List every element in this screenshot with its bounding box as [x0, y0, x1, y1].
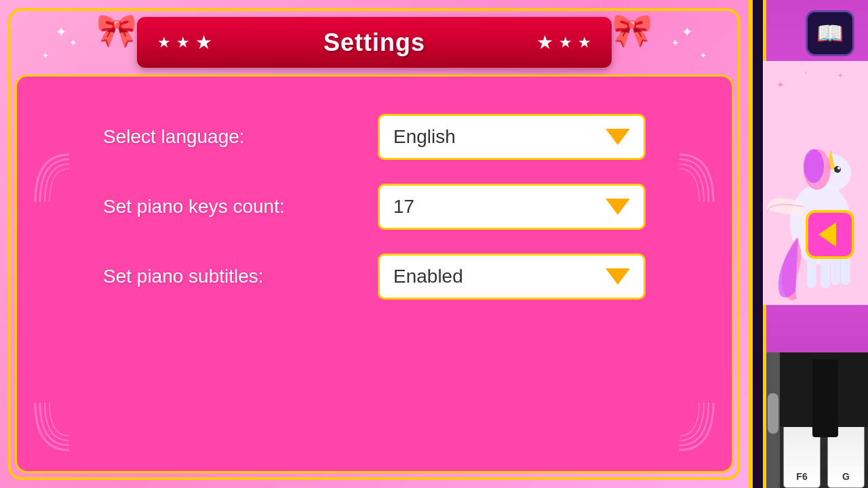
language-dropdown[interactable]: English	[378, 114, 646, 160]
corner-deco-tl	[32, 151, 73, 208]
svg-text:✦: ✦	[804, 70, 808, 76]
piano-keys-area: F6 G	[766, 352, 868, 488]
unicorn-svg: ✦ ✦ ✦	[763, 61, 868, 305]
piano-keys-value: 17	[393, 196, 414, 218]
book-icon: 📖	[816, 20, 844, 46]
star-right-1: ★	[536, 31, 553, 54]
corner-deco-br	[676, 399, 717, 456]
ribbon-right-icon: 🎀	[612, 12, 652, 49]
corner-deco-bl	[32, 399, 73, 456]
subtitles-dropdown[interactable]: Enabled	[378, 253, 646, 300]
svg-point-8	[804, 149, 824, 183]
subtitles-row: Set piano subtitles: Enabled	[103, 253, 646, 300]
star-left-2: ★	[176, 34, 190, 52]
piano-black-key[interactable]	[812, 359, 838, 437]
settings-title: Settings	[323, 28, 425, 57]
star-left-1: ★	[157, 34, 171, 52]
svg-rect-11	[807, 254, 816, 288]
language-row: Select language: English	[103, 114, 646, 160]
subtitles-value: Enabled	[393, 266, 463, 287]
banner-stars-right: ★ ★ ★	[536, 31, 591, 54]
ribbon-left-icon: 🎀	[96, 12, 137, 49]
sidebar: 📖 ✦ ✦ ✦	[763, 0, 868, 488]
svg-point-9	[834, 166, 841, 173]
f6-label: F6	[796, 471, 807, 482]
svg-point-10	[837, 167, 840, 169]
language-label: Select language:	[103, 126, 245, 148]
banner-stars-left: ★ ★ ★	[157, 31, 212, 54]
main-panel: ✦ ✦ ✦ ✦ ✦ ✦ 🎀 🎀 ★ ★ ★ Settings ★ ★ ★	[0, 0, 753, 488]
dropdown-arrow-subtitles	[606, 268, 630, 285]
language-value: English	[393, 126, 456, 148]
unicorn-display: ✦ ✦ ✦	[763, 61, 868, 305]
back-arrow-icon	[818, 222, 836, 247]
back-button[interactable]	[806, 210, 854, 259]
svg-text:✦: ✦	[837, 72, 843, 79]
piano-keys-dropdown[interactable]: 17	[378, 184, 646, 230]
piano-keys-row: Set piano keys count: 17	[103, 184, 646, 230]
star-right-3: ★	[578, 34, 591, 52]
corner-deco-tr	[676, 151, 717, 208]
dropdown-arrow-language	[606, 129, 630, 145]
svg-rect-12	[821, 254, 830, 288]
inner-content: Select language: English Set piano keys …	[15, 75, 734, 473]
piano-keys-label: Set piano keys count:	[103, 196, 285, 218]
g-label: G	[842, 471, 850, 482]
book-icon-container[interactable]: 📖	[806, 10, 854, 56]
header-banner: ✦ ✦ ✦ ✦ ✦ ✦ 🎀 🎀 ★ ★ ★ Settings ★ ★ ★	[137, 17, 612, 68]
svg-text:✦: ✦	[776, 79, 785, 90]
star-left-3: ★	[195, 31, 212, 54]
dropdown-arrow-keys	[606, 199, 630, 215]
subtitles-label: Set piano subtitles:	[103, 266, 264, 287]
star-right-2: ★	[559, 34, 572, 52]
